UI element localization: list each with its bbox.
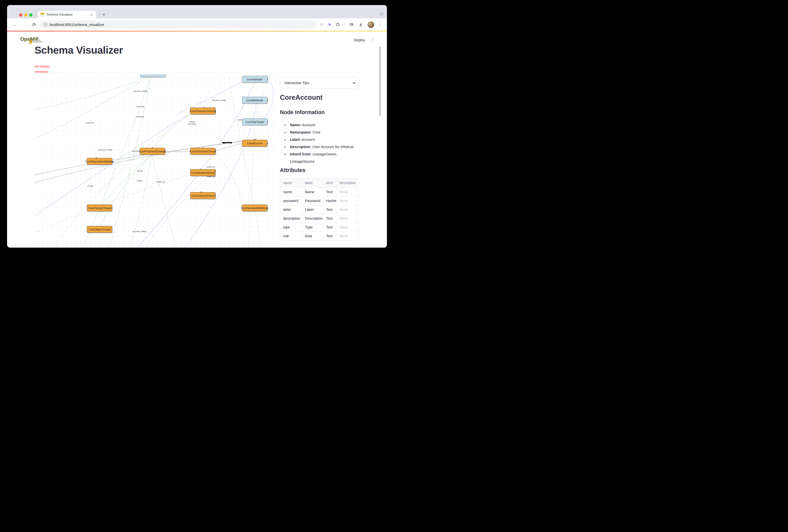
attr-cell: name bbox=[280, 188, 302, 196]
edge-label: change bbox=[189, 121, 195, 123]
edge-label: proposed_change bbox=[212, 99, 226, 101]
page-scrollbar[interactable] bbox=[379, 46, 381, 116]
attr-cell: User bbox=[356, 223, 359, 232]
tab-favicon-icon bbox=[40, 13, 44, 17]
selected-node-title: CoreAccount bbox=[280, 94, 323, 101]
media-playlist-icon[interactable] bbox=[349, 22, 354, 27]
graph-node-CoreStandardWebhook[interactable]: CoreStandardWebhook bbox=[242, 204, 267, 211]
graph-node-CoreObjectThread[interactable]: CoreObjectThread bbox=[87, 226, 112, 233]
attr-cell: None bbox=[336, 223, 356, 232]
tab-search-button[interactable]: ⌄ bbox=[379, 12, 384, 16]
app-menu-icon[interactable]: ⋮ bbox=[371, 37, 375, 42]
edge-label: comments bbox=[136, 116, 144, 118]
bookmark-star-icon[interactable]: ☆ bbox=[320, 22, 323, 27]
table-row: typeTypeTextNoneUser bbox=[280, 223, 359, 232]
deploy-button[interactable]: Deploy bbox=[354, 38, 365, 42]
back-icon[interactable]: ← bbox=[13, 22, 18, 27]
attr-cell: Description bbox=[302, 214, 323, 223]
graph-node-CoreChangeComment[interactable]: CoreChangeComment bbox=[190, 107, 215, 114]
opsmill-robot-icon bbox=[29, 40, 32, 44]
graph-node-CoreRepositoryValidator[interactable]: CoreRepositoryValidator bbox=[87, 158, 112, 165]
edge-label: approved_by bbox=[222, 142, 232, 143]
window-controls[interactable] bbox=[19, 13, 33, 17]
attr-cell: Text bbox=[323, 205, 336, 214]
edge-label: comments bbox=[188, 123, 196, 125]
attr-cell: Password bbox=[302, 196, 323, 205]
extension-burst-icon[interactable]: ✳ bbox=[328, 22, 331, 27]
reload-icon[interactable]: ⟳ bbox=[32, 22, 36, 27]
edge-label: change bbox=[137, 170, 143, 172]
table-row: nameNameTextNoneNone bbox=[280, 188, 359, 196]
attr-col-header: name bbox=[280, 179, 302, 188]
node-info-item: Namespace: Core bbox=[284, 129, 361, 136]
opsmill-tagline bbox=[33, 42, 42, 42]
attr-cell: Text bbox=[323, 188, 336, 196]
address-bar[interactable]: i localhost:8501/schema_visualizer bbox=[40, 21, 317, 28]
node-information-heading: Node Information bbox=[280, 109, 325, 116]
profile-avatar[interactable] bbox=[368, 21, 374, 28]
graph-node-CoreStandardGroup[interactable]: CoreStandardGroup bbox=[190, 169, 215, 176]
new-tab-button[interactable]: + bbox=[101, 12, 107, 18]
browser-tab[interactable]: Schema Visualizer × bbox=[38, 11, 96, 18]
attr-cell: None bbox=[336, 205, 356, 214]
toolbar-separator bbox=[344, 22, 345, 27]
attr-cell: None bbox=[336, 188, 356, 196]
graph-node-CoreGeneratorCheck[interactable]: CoreGeneratorCheck bbox=[190, 148, 215, 155]
table-row: passwordPasswordHashedPasswordNoneNone bbox=[280, 196, 359, 205]
attr-cell: None bbox=[356, 205, 359, 214]
edge-label: change bbox=[137, 180, 143, 182]
maximize-window-button[interactable] bbox=[29, 13, 33, 17]
graph-node-partial[interactable] bbox=[140, 74, 165, 77]
attr-cell: Text bbox=[323, 214, 336, 223]
graph-node-CoreValidator[interactable]: CoreValidator bbox=[242, 76, 267, 83]
attr-col-header: default_value bbox=[356, 179, 359, 188]
node-info-item: Inherit from: LineageOwner, LineageSourc… bbox=[284, 151, 361, 165]
attributes-table[interactable]: namelabelkinddescriptiondefault_value na… bbox=[280, 178, 359, 240]
attr-cell: Label bbox=[302, 205, 323, 214]
tabs-divider bbox=[35, 72, 359, 72]
attr-col-header: description bbox=[336, 179, 356, 188]
edge-label: proposed_change bbox=[133, 90, 147, 92]
attr-cell: Name bbox=[302, 188, 323, 196]
url-text[interactable]: localhost:8501/schema_visualizer bbox=[50, 23, 104, 27]
attr-cell: None bbox=[336, 214, 356, 223]
attr-cell: Role bbox=[302, 232, 323, 240]
tab-close-icon[interactable]: × bbox=[90, 13, 94, 17]
tab-all-nodes[interactable]: All Nodes bbox=[35, 64, 50, 68]
attr-cell: None bbox=[336, 196, 356, 205]
streamlit-decoration-bar bbox=[7, 31, 387, 32]
attr-cell: Text bbox=[323, 223, 336, 232]
graph-node-CoreWebhook[interactable]: CoreWebhook bbox=[242, 97, 267, 103]
interaction-tips-expander[interactable]: Interaction Tips bbox=[280, 77, 359, 88]
graph-node-CoreChangeThread[interactable]: CoreChangeThread bbox=[87, 204, 112, 211]
site-info-icon[interactable]: i bbox=[44, 23, 47, 26]
extensions-puzzle-icon[interactable] bbox=[336, 22, 340, 27]
attr-col-header: label bbox=[302, 179, 323, 188]
edge-label: created_by bbox=[206, 166, 215, 168]
browser-menu-icon[interactable]: ⋮ bbox=[378, 22, 382, 27]
attributes-heading: Attributes bbox=[280, 167, 306, 174]
node-info-item: Label: Account bbox=[284, 136, 361, 143]
graph-node-CoreProposedChange[interactable]: CoreProposedChange bbox=[140, 148, 165, 155]
table-row: roleRoleTextNoneread-write bbox=[280, 232, 359, 240]
edge-label: comments bbox=[86, 122, 94, 124]
graph-node-CoreSchemaCheck[interactable]: CoreSchemaCheck bbox=[190, 192, 215, 199]
close-window-button[interactable] bbox=[19, 13, 22, 17]
attr-cell: label bbox=[280, 205, 302, 214]
minimize-window-button[interactable] bbox=[24, 13, 27, 17]
attr-cell: HashedPassword bbox=[323, 196, 336, 205]
attr-cell: Text bbox=[323, 232, 336, 240]
graph-node-CoreTaskTarget[interactable]: CoreTaskTarget bbox=[242, 118, 267, 125]
schema-graph-canvas[interactable]: proposed_changecommentscommentscommentsc… bbox=[35, 74, 276, 247]
sidebar-expand-icon[interactable]: › bbox=[39, 38, 40, 42]
table-row: descriptionDescriptionTextNoneNone bbox=[280, 214, 359, 223]
attr-cell: Type bbox=[302, 223, 323, 232]
edge-label: change bbox=[87, 185, 93, 187]
browser-toolbar: ← → ⟳ i localhost:8501/schema_visualizer… bbox=[7, 18, 387, 31]
attr-cell: None bbox=[356, 188, 359, 196]
browser-window: Schema Visualizer × + ⌄ ← → ⟳ i localhos… bbox=[7, 5, 387, 248]
graph-node-CoreAccount[interactable]: CoreAccount bbox=[242, 140, 267, 146]
node-info-item: Name: Account bbox=[284, 121, 361, 129]
download-icon[interactable] bbox=[358, 22, 363, 27]
attr-cell: None bbox=[356, 214, 359, 223]
